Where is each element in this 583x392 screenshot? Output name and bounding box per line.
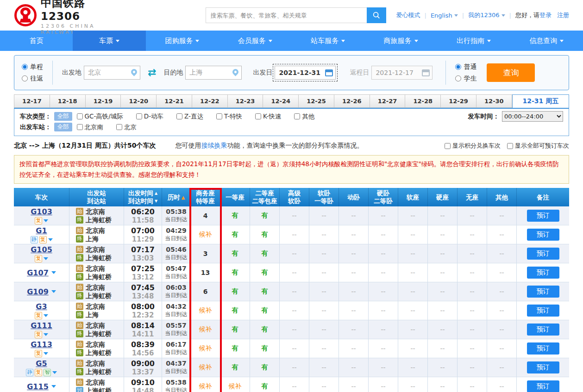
train-code-link[interactable]: G5 (36, 359, 47, 368)
expand-caret-icon[interactable] (51, 290, 56, 293)
book-button[interactable]: 预订 (527, 305, 559, 317)
from-input[interactable]: 北京 (84, 66, 140, 80)
book-button[interactable]: 预订 (527, 248, 559, 260)
date-tab-12-17[interactable]: 12-17 (14, 94, 50, 108)
nav-item-车票[interactable]: 车票 (73, 31, 145, 51)
date-tab-12-26[interactable]: 12-26 (334, 94, 370, 108)
date-tab-12-19[interactable]: 12-19 (86, 94, 121, 108)
expand-caret-icon[interactable] (44, 257, 48, 260)
expand-caret-icon[interactable] (44, 352, 48, 355)
date-tab-active[interactable]: 12-31 周五 (512, 94, 569, 108)
nav-item-团购服务[interactable]: 团购服务 (146, 31, 219, 51)
book-button[interactable]: 预订 (527, 342, 559, 355)
swap-stations-icon[interactable]: ⇄ (148, 68, 156, 78)
all-stations-badge[interactable]: 全部 (54, 123, 72, 131)
date-tab-12-23[interactable]: 12-23 (228, 94, 263, 108)
book-button[interactable]: 预订 (527, 380, 559, 392)
book-button[interactable]: 预订 (527, 361, 559, 373)
expand-caret-icon[interactable] (51, 271, 56, 274)
train-code-link[interactable]: G3 (36, 302, 47, 311)
date-tab-12-21[interactable]: 12-21 (157, 94, 192, 108)
chevron-down-icon (414, 40, 418, 42)
filter-checkbox-Z-直达[interactable]: Z-直达 (176, 112, 203, 121)
filter-checkbox-D-动车[interactable]: D-动车 (136, 112, 163, 121)
filter-checkbox-K-快速[interactable]: K-快速 (255, 112, 281, 121)
train-code-link[interactable]: G105 (31, 245, 52, 254)
expand-caret-icon[interactable] (44, 219, 48, 222)
seat-availability-cell: -- (487, 282, 517, 301)
column-header-历时[interactable]: 历时▲ (162, 188, 191, 206)
nav-item-会员服务[interactable]: 会员服务 (219, 31, 291, 51)
expand-caret-icon[interactable] (44, 333, 48, 336)
nav-item-信息查询[interactable]: 信息查询 (510, 31, 583, 51)
station-name: 北京南 (86, 245, 105, 254)
filter-checkbox-北京南[interactable]: 北京南 (77, 123, 104, 131)
date-tab-12-22[interactable]: 12-22 (192, 94, 228, 108)
location-pin-icon (130, 68, 138, 76)
english-link[interactable]: English (431, 12, 452, 19)
train-code-link[interactable]: G1 (36, 226, 47, 235)
train-badge-智: 智 (44, 369, 51, 376)
depart-time-select[interactable]: 00:00--24:00 (502, 111, 563, 122)
date-tab-12-28[interactable]: 12-28 (405, 94, 441, 108)
filter-checkbox-T-特快[interactable]: T-特快 (216, 112, 242, 121)
train-code-link[interactable]: G109 (27, 287, 49, 296)
date-tab-12-29[interactable]: 12-29 (441, 94, 476, 108)
date-tab-12-24[interactable]: 12-24 (263, 94, 299, 108)
train-code-link[interactable]: G115 (27, 382, 49, 391)
nav-item-站车服务[interactable]: 站车服务 (292, 31, 364, 51)
nav-item-出行指南[interactable]: 出行指南 (437, 31, 510, 51)
book-button[interactable]: 预订 (527, 286, 559, 298)
arrival-day: 当日到达 (162, 367, 190, 375)
search-input[interactable] (206, 7, 367, 23)
nav-item-首页[interactable]: 首页 (0, 31, 73, 51)
train-code-link[interactable]: G107 (27, 268, 49, 277)
train-code-link[interactable]: G111 (31, 321, 52, 330)
query-submit-button[interactable]: 查询 (487, 63, 535, 82)
radio-roundtrip[interactable]: 往返 (22, 75, 43, 83)
login-link[interactable]: 登录 (539, 11, 552, 19)
seat-availability-cell: -- (487, 377, 517, 392)
date-tab-12-25[interactable]: 12-25 (299, 94, 334, 108)
top-header: 中国铁路12306 12306 CHINA RAILWAY 爱心模式 | Eng… (0, 0, 583, 31)
book-button[interactable]: 预订 (527, 229, 559, 241)
radio-oneway[interactable]: 单程 (22, 63, 43, 71)
show-all-bookable-checkbox[interactable]: 显示全部可预订车次 (507, 142, 569, 150)
search-button[interactable] (367, 7, 386, 23)
depart-date-input[interactable]: 2021-12-31 (275, 66, 336, 80)
china-railway-logo (14, 4, 37, 27)
all-types-badge[interactable]: 全部 (54, 112, 72, 121)
radio-normal[interactable]: 普通 (455, 63, 476, 71)
book-button[interactable]: 预订 (527, 267, 559, 279)
station-name: 北京南 (86, 340, 105, 348)
register-link[interactable]: 注册 (557, 11, 569, 19)
expand-caret-icon[interactable] (51, 385, 56, 388)
show-points-checkbox[interactable]: 显示积分兑换车次 (445, 142, 501, 150)
seat-availability-cell: 有 (250, 339, 280, 358)
filter-checkbox-GC-高铁/城际[interactable]: GC-高铁/城际 (77, 112, 123, 121)
date-tab-12-30[interactable]: 12-30 (476, 94, 512, 108)
book-button[interactable]: 预订 (527, 210, 559, 222)
date-tab-12-20[interactable]: 12-20 (121, 94, 157, 108)
transfer-link[interactable]: 接续换乘 (201, 142, 227, 149)
arrive-time: 11:29 (124, 235, 162, 243)
nav-item-商旅服务[interactable]: 商旅服务 (364, 31, 437, 51)
filter-checkbox-北京[interactable]: 北京 (116, 123, 137, 131)
train-code-link[interactable]: G103 (31, 207, 52, 216)
radio-student[interactable]: 学生 (455, 75, 476, 83)
expand-caret-icon[interactable] (48, 238, 53, 241)
expand-caret-icon[interactable] (52, 371, 57, 374)
train-code-link[interactable]: G113 (31, 340, 52, 349)
to-input[interactable]: 上海 (185, 66, 242, 80)
train-badge-复: 复 (35, 255, 42, 262)
book-button[interactable]: 预订 (527, 324, 559, 336)
expand-caret-icon[interactable] (44, 314, 48, 317)
my12306-link[interactable]: 我的12306 (468, 11, 499, 19)
station-tag-终: 终 (76, 235, 83, 243)
filter-checkbox-其他[interactable]: 其他 (294, 112, 314, 121)
column-header-出发时间[interactable]: 出发时间▲到达时间▼ (124, 188, 162, 206)
love-mode-link[interactable]: 爱心模式 (396, 11, 420, 19)
seat-availability-cell: 候补 (220, 377, 250, 392)
date-tab-12-18[interactable]: 12-18 (50, 94, 86, 108)
date-tab-12-27[interactable]: 12-27 (370, 94, 406, 108)
